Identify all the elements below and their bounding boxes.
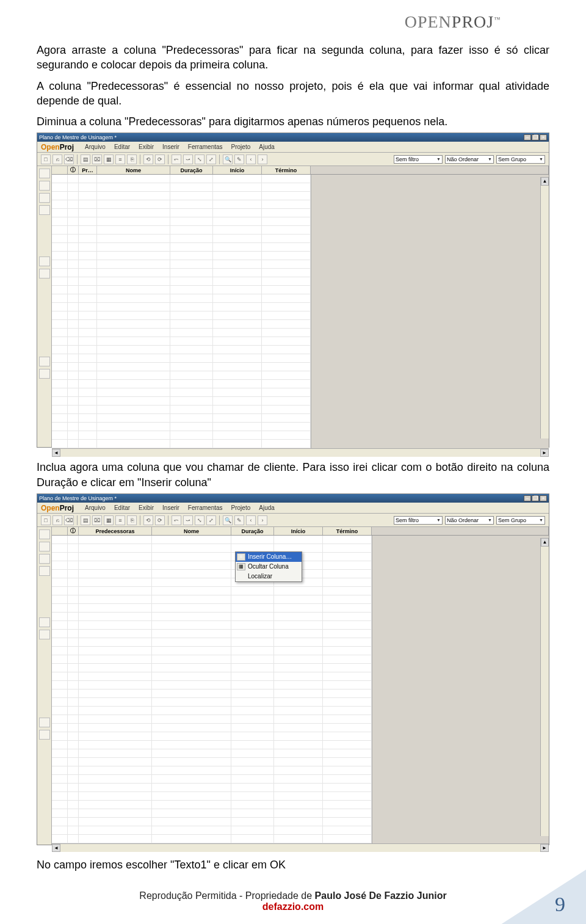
toolbar-button-17[interactable]: ›	[258, 515, 267, 525]
filter-combo[interactable]: Sem filtro▼	[394, 155, 443, 164]
horizontal-scrollbar[interactable]: ◄ ►	[52, 843, 549, 852]
table-row[interactable]	[52, 380, 311, 388]
table-row[interactable]	[52, 570, 372, 578]
toolbar-button-11[interactable]: ⤻	[183, 155, 193, 164]
leftbar-button-1[interactable]	[39, 181, 50, 191]
toolbar-button-0[interactable]: □	[41, 155, 51, 164]
toolbar-button-2[interactable]: ⌫	[64, 515, 74, 525]
table-row[interactable]	[52, 175, 311, 183]
table-row[interactable]	[52, 689, 372, 698]
table-row[interactable]	[52, 329, 311, 337]
table-row[interactable]	[52, 613, 372, 621]
menu-item-ajuda[interactable]: Ajuda	[259, 144, 275, 150]
table-row[interactable]	[52, 440, 311, 448]
toolbar-button-13[interactable]: ⤢	[206, 155, 216, 164]
scroll-right-button[interactable]: ►	[540, 844, 549, 852]
toolbar-button-14[interactable]: 🔍	[223, 515, 233, 525]
toolbar-button-8[interactable]: ⟲	[143, 515, 153, 525]
column-header[interactable]: Duração	[231, 527, 274, 535]
toolbar-button-16[interactable]: ‹	[246, 515, 256, 525]
toolbar-button-15[interactable]: ✎	[234, 155, 244, 164]
table-row[interactable]	[52, 303, 311, 311]
table-row[interactable]	[52, 423, 311, 431]
table-row[interactable]	[52, 630, 372, 638]
leftbar-button-m1[interactable]	[39, 269, 50, 278]
leftbar-button-b1[interactable]	[39, 369, 50, 379]
table-row[interactable]	[52, 664, 372, 672]
menu-item-editar[interactable]: Editar	[114, 144, 130, 150]
gantt-area[interactable]	[372, 536, 549, 843]
table-row[interactable]	[52, 286, 311, 294]
window-minimize-button[interactable]: –	[524, 495, 531, 501]
menu-item-exibir[interactable]: Exibir	[139, 504, 154, 511]
toolbar-button-15[interactable]: ✎	[234, 515, 244, 525]
leftbar-button-2[interactable]	[39, 554, 50, 564]
toolbar-button-10[interactable]: ⤺	[172, 515, 181, 525]
toolbar-button-17[interactable]: ›	[258, 155, 267, 164]
menu-item-inserir[interactable]: Inserir	[162, 504, 179, 511]
table-row[interactable]	[52, 698, 372, 707]
table-row[interactable]	[52, 809, 372, 818]
column-header[interactable]: ⓘ	[68, 166, 79, 174]
toolbar-button-2[interactable]: ⌫	[64, 155, 74, 164]
window-close-button[interactable]: ×	[540, 134, 547, 140]
table-row[interactable]	[52, 200, 311, 209]
menu-item-ajuda[interactable]: Ajuda	[259, 504, 275, 511]
sort-combo[interactable]: Não Ordenar▼	[445, 516, 494, 525]
context-menu-item[interactable]: ▦Ocultar Coluna	[236, 562, 302, 572]
group-combo[interactable]: Sem Grupo▼	[496, 155, 545, 164]
column-header[interactable]: Duração	[170, 166, 213, 174]
table-row[interactable]	[52, 775, 372, 784]
table-row[interactable]	[52, 192, 311, 200]
table-row[interactable]	[52, 217, 311, 226]
table-row[interactable]	[52, 784, 372, 792]
table-row[interactable]	[52, 801, 372, 809]
menu-item-arquivo[interactable]: Arquivo	[85, 144, 106, 150]
toolbar-button-5[interactable]: ▦	[104, 155, 114, 164]
window-maximize-button[interactable]: ❐	[532, 495, 539, 501]
table-row[interactable]	[52, 587, 372, 595]
leftbar-button-m1[interactable]	[39, 630, 50, 639]
table-row[interactable]	[52, 561, 372, 570]
column-header[interactable]: Término	[262, 166, 311, 174]
toolbar-button-11[interactable]: ⤻	[183, 515, 193, 525]
table-row[interactable]	[52, 749, 372, 758]
toolbar-button-4[interactable]: ⌧	[92, 515, 102, 525]
leftbar-button-m0[interactable]	[39, 617, 50, 627]
table-row[interactable]	[52, 758, 372, 766]
menu-item-inserir[interactable]: Inserir	[162, 144, 179, 150]
column-header[interactable]: Predecessoras	[79, 527, 152, 535]
toolbar-button-4[interactable]: ⌧	[92, 155, 102, 164]
menu-item-projeto[interactable]: Projeto	[231, 144, 251, 150]
toolbar-button-7[interactable]: ⎘	[127, 515, 137, 525]
group-combo[interactable]: Sem Grupo▼	[496, 516, 545, 525]
menu-item-ferramentas[interactable]: Ferramentas	[188, 144, 223, 150]
table-row[interactable]	[52, 604, 372, 613]
toolbar-button-14[interactable]: 🔍	[223, 155, 233, 164]
table-row[interactable]	[52, 826, 372, 835]
table-row[interactable]	[52, 638, 372, 647]
table-row[interactable]	[52, 294, 311, 303]
menu-item-exibir[interactable]: Exibir	[139, 144, 154, 150]
toolbar-button-13[interactable]: ⤢	[206, 515, 216, 525]
column-header[interactable]: Pr…	[79, 166, 97, 174]
sort-combo[interactable]: Não Ordenar▼	[445, 155, 494, 164]
toolbar-button-16[interactable]: ‹	[246, 155, 256, 164]
menu-item-editar[interactable]: Editar	[114, 504, 130, 511]
table-row[interactable]	[52, 647, 372, 655]
window-maximize-button[interactable]: ❐	[532, 134, 539, 140]
toolbar-button-3[interactable]: ▤	[81, 155, 90, 164]
table-row[interactable]	[52, 371, 311, 380]
table-row[interactable]	[52, 431, 311, 440]
table-row[interactable]	[52, 835, 372, 843]
leftbar-button-1[interactable]	[39, 542, 50, 551]
leftbar-button-3[interactable]	[39, 566, 50, 576]
vertical-scrollbar[interactable]: ▲	[540, 538, 549, 836]
table-row[interactable]	[52, 707, 372, 715]
toolbar-button-12[interactable]: ⤡	[195, 515, 204, 525]
toolbar-button-5[interactable]: ▦	[104, 515, 114, 525]
scroll-right-button[interactable]: ►	[540, 449, 549, 457]
table-row[interactable]	[52, 553, 372, 561]
table-row[interactable]	[52, 655, 372, 664]
column-header[interactable]: ⓘ	[68, 527, 79, 535]
